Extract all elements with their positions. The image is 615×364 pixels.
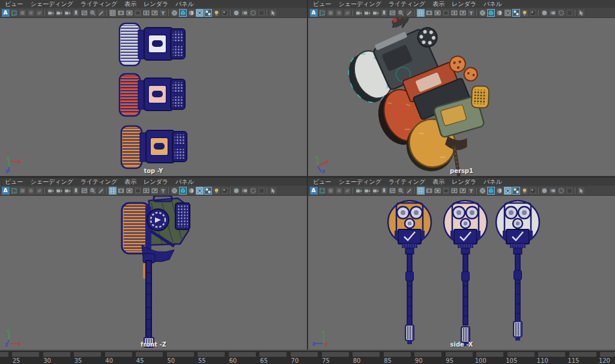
menu-show[interactable]: 表示 [431, 178, 450, 186]
wireframe-on-shaded-icon[interactable] [504, 9, 512, 17]
lighting-icon[interactable] [521, 9, 529, 17]
hud-icon[interactable]: T [467, 9, 475, 17]
motion-blur-icon[interactable] [241, 187, 249, 195]
bookmark-icon[interactable] [72, 9, 80, 17]
viewport-panel-persp[interactable]: ビューシェーディングライティング表示レンダラパネル AT [308, 0, 615, 176]
menu-show[interactable]: 表示 [123, 178, 142, 186]
pan-zoom-2d-icon[interactable] [397, 9, 405, 17]
bookmark-icon[interactable] [380, 9, 388, 17]
select-tool-icon[interactable] [577, 187, 585, 195]
camera-attributes-icon[interactable] [363, 187, 371, 195]
letter-a-icon[interactable]: A [2, 9, 10, 17]
camera-attributes-icon[interactable] [55, 187, 63, 195]
default-material-icon[interactable] [512, 187, 520, 195]
frame-select-icon[interactable] [10, 187, 18, 195]
exposure-icon[interactable] [258, 9, 265, 17]
film-gate-icon[interactable] [117, 187, 125, 195]
grease-pencil-icon[interactable] [405, 187, 413, 195]
motion-blur-icon[interactable] [549, 9, 557, 17]
menu-view[interactable]: ビュー [311, 0, 336, 8]
resolution-gate-icon[interactable] [126, 9, 133, 17]
viewport-canvas-front[interactable]: Y Z X front -Z [0, 196, 307, 350]
swatch-circle-icon[interactable] [27, 187, 35, 195]
default-material-icon[interactable] [204, 187, 212, 195]
shadows-icon[interactable] [221, 9, 229, 17]
shadows-icon[interactable] [221, 187, 229, 195]
hammer-side-white[interactable] [496, 201, 539, 341]
pan-zoom-2d-icon[interactable] [89, 9, 97, 17]
grid-icon[interactable] [109, 187, 117, 195]
camera-attributes-icon[interactable] [363, 9, 371, 17]
film-gate-icon[interactable] [117, 9, 125, 17]
field-chart-icon[interactable] [450, 9, 458, 17]
safe-action-icon[interactable] [459, 187, 467, 195]
menu-renderer[interactable]: レンダラ [450, 178, 482, 186]
swatch-circle-icon[interactable] [335, 9, 343, 17]
grid-icon[interactable] [417, 187, 425, 195]
occlusion-icon[interactable] [232, 187, 240, 195]
swatch-square-icon[interactable] [327, 9, 335, 17]
select-camera-icon[interactable] [47, 9, 55, 17]
swatch-square-icon[interactable] [19, 187, 26, 195]
wireframe-on-shaded-icon[interactable] [196, 187, 204, 195]
menu-show[interactable]: 表示 [123, 0, 142, 8]
viewport-canvas-persp[interactable]: Y X Z persp1 [308, 18, 615, 176]
hammer-top-white[interactable] [120, 23, 185, 65]
camera-attributes-icon[interactable] [55, 9, 63, 17]
default-material-icon[interactable] [512, 9, 520, 17]
menu-shading[interactable]: シェーディング [336, 178, 386, 186]
exposure-icon[interactable] [566, 9, 574, 17]
gate-mask-icon[interactable] [442, 9, 450, 17]
safe-action-icon[interactable] [459, 9, 467, 17]
letter-a-icon[interactable]: A [310, 187, 318, 195]
image-plane-icon[interactable] [389, 9, 396, 17]
menu-show[interactable]: 表示 [431, 0, 450, 8]
gate-mask-icon[interactable] [134, 9, 142, 17]
wireframe-mode-icon[interactable] [171, 187, 178, 195]
swatch-circle-icon[interactable] [335, 187, 343, 195]
grease-pencil-icon[interactable] [97, 9, 105, 17]
pan-zoom-2d-icon[interactable] [89, 187, 97, 195]
grid-icon[interactable] [417, 9, 425, 17]
select-tool-icon[interactable] [577, 9, 585, 17]
resolution-gate-icon[interactable] [434, 187, 441, 195]
swatch-quad-icon[interactable] [344, 187, 351, 195]
bookmark-icon[interactable] [72, 187, 80, 195]
camera-bookmarks-icon[interactable] [64, 9, 71, 17]
multisample-icon[interactable] [249, 187, 257, 195]
viewport-panel-top[interactable]: ビューシェーディングライティング表示レンダラパネル AT [0, 0, 307, 176]
frame-select-icon[interactable] [318, 187, 326, 195]
multisample-icon[interactable] [249, 9, 257, 17]
menu-panels[interactable]: パネル [174, 0, 199, 8]
hammer-top-orange[interactable] [121, 126, 187, 168]
viewport-panel-front[interactable]: ビューシェーディングライティング表示レンダラパネル AT [0, 178, 307, 350]
textured-mode-icon[interactable] [495, 9, 503, 17]
default-material-icon[interactable] [204, 9, 212, 17]
safe-action-icon[interactable] [151, 9, 159, 17]
gate-mask-icon[interactable] [442, 187, 450, 195]
safe-action-icon[interactable] [151, 187, 159, 195]
field-chart-icon[interactable] [450, 187, 458, 195]
resolution-gate-icon[interactable] [434, 9, 441, 17]
menu-shading[interactable]: シェーディング [28, 0, 78, 8]
hammer-front[interactable] [122, 196, 190, 347]
hammer-top-red[interactable] [120, 74, 185, 116]
swatch-circle-icon[interactable] [27, 9, 35, 17]
select-camera-icon[interactable] [355, 9, 363, 17]
shadows-icon[interactable] [529, 9, 537, 17]
textured-mode-icon[interactable] [187, 187, 195, 195]
hud-icon[interactable]: T [467, 187, 475, 195]
hammer-persp-handle[interactable] [454, 145, 459, 176]
image-plane-icon[interactable] [80, 9, 88, 17]
letter-a-icon[interactable]: A [2, 187, 10, 195]
field-chart-icon[interactable] [142, 187, 150, 195]
exposure-icon[interactable] [258, 187, 265, 195]
pan-zoom-2d-icon[interactable] [397, 187, 405, 195]
lighting-icon[interactable] [213, 9, 220, 17]
frame-select-icon[interactable] [318, 9, 326, 17]
swatch-quad-icon[interactable] [35, 187, 43, 195]
swatch-square-icon[interactable] [327, 187, 335, 195]
menu-lighting[interactable]: ライティング [79, 0, 123, 8]
select-tool-icon[interactable] [269, 187, 277, 195]
hammer-side-yellow[interactable] [388, 201, 431, 344]
